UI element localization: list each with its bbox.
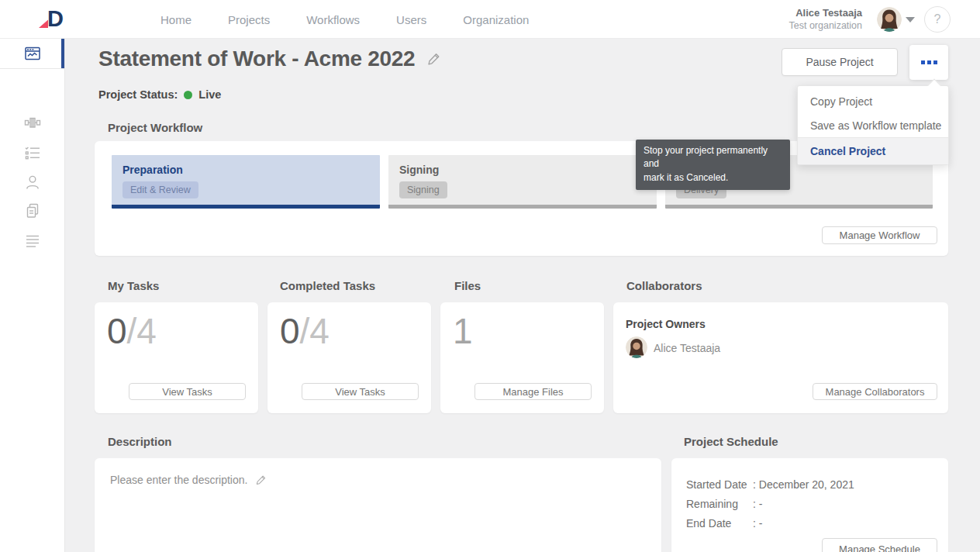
page-title: Statement of Work - Acme 2022 (98, 47, 415, 71)
menu-item-cancel-project[interactable]: Cancel Project (798, 137, 948, 164)
colon: : (753, 498, 756, 510)
files-count: 1 (453, 310, 473, 352)
my-tasks-count: 0/4 (107, 310, 157, 352)
workflow-icon (24, 114, 41, 131)
nav-item-home[interactable]: Home (160, 13, 192, 26)
manage-files-button[interactable]: Manage Files (474, 383, 592, 400)
menu-item-copy-project[interactable]: Copy Project (798, 89, 948, 113)
ellipsis-icon (933, 60, 937, 64)
sidebar-item-users[interactable] (0, 167, 64, 197)
sidebar-item-workflows[interactable] (0, 107, 64, 137)
user-info[interactable]: Alice Testaaja Test organization (788, 6, 862, 33)
collaborators-heading: Collaborators (626, 279, 702, 292)
status-value: Live (198, 88, 221, 101)
status-label: Project Status: (98, 88, 178, 101)
my-tasks-card: 0/4 View Tasks (95, 302, 258, 413)
sidebar-item-files[interactable] (0, 195, 64, 226)
count-done: 0 (107, 311, 127, 351)
owner-avatar (626, 336, 647, 358)
tooltip-line-2: mark it as Canceled. (644, 171, 782, 185)
logo-letter: D (47, 6, 63, 32)
project-status: Project Status: Live (98, 88, 221, 101)
more-options-button[interactable] (909, 45, 948, 80)
schedule-row-label: Remaining (686, 495, 753, 514)
avatar-image (877, 7, 902, 32)
user-avatar[interactable] (877, 7, 902, 32)
sidebar-item-logs[interactable] (0, 226, 64, 256)
menu-item-save-workflow-template[interactable]: Save as Workflow template (798, 113, 948, 137)
app-window: D Home Projects Workflows Users Organiza… (0, 0, 980, 552)
schedule-heading: Project Schedule (684, 435, 778, 448)
completed-tasks-count: 0/4 (280, 310, 330, 352)
count-done: 0 (280, 311, 300, 351)
my-tasks-heading: My Tasks (108, 279, 159, 292)
files-heading: Files (454, 279, 481, 292)
list-lines-icon (24, 233, 41, 250)
documents-icon (24, 202, 41, 219)
view-tasks-button[interactable]: View Tasks (129, 383, 246, 400)
dashboard-icon (24, 45, 41, 62)
schedule-row-remaining: Remaining: - (686, 495, 854, 514)
manage-schedule-button[interactable]: Manage Schedule (822, 538, 937, 552)
completed-tasks-heading: Completed Tasks (280, 279, 375, 292)
ellipsis-icon (921, 60, 925, 64)
user-name: Alice Testaaja (788, 6, 862, 19)
colon: : (753, 478, 756, 491)
edit-description-pencil-icon[interactable] (255, 474, 267, 486)
schedule-row-value: - (759, 498, 763, 510)
tooltip-line-1: Stop your project permanently and (644, 144, 782, 171)
schedule-row-started: Started Date: December 20, 2021 (686, 475, 854, 495)
schedule-row-value: - (759, 517, 763, 530)
schedule-card: Started Date: December 20, 2021 Remainin… (671, 458, 948, 552)
top-navbar: D Home Projects Workflows Users Organiza… (0, 0, 980, 39)
left-sidebar (0, 39, 65, 552)
nav-item-users[interactable]: Users (396, 13, 426, 26)
main-nav: Home Projects Workflows Users Organizati… (160, 0, 529, 39)
nav-item-workflows[interactable]: Workflows (306, 13, 360, 26)
workflow-stage-signing[interactable]: Signing Signing (388, 155, 657, 209)
manage-workflow-button[interactable]: Manage Workflow (822, 226, 937, 244)
user-organization: Test organization (788, 19, 862, 33)
schedule-row-end: End Date: - (686, 514, 854, 533)
colon: : (753, 517, 756, 530)
description-card: Please enter the description. (95, 458, 661, 552)
help-question-icon: ? (934, 12, 941, 26)
files-card: 1 Manage Files (440, 302, 604, 413)
schedule-row-label: End Date (686, 514, 753, 533)
sidebar-item-tasks[interactable] (0, 137, 64, 167)
stage-chip: Signing (399, 181, 447, 198)
nav-item-organization[interactable]: Organization (463, 13, 529, 26)
description-heading: Description (108, 435, 172, 448)
view-completed-tasks-button[interactable]: View Tasks (302, 383, 419, 400)
description-placeholder: Please enter the description. (110, 474, 247, 486)
sidebar-item-dashboard[interactable] (0, 39, 64, 69)
help-button[interactable]: ? (924, 6, 951, 33)
description-row: Please enter the description. (110, 474, 267, 486)
owner-name: Alice Testaaja (654, 342, 720, 354)
user-menu-caret-icon[interactable] (906, 17, 915, 22)
count-total: /4 (127, 311, 157, 351)
avatar-image (626, 336, 647, 358)
app-logo[interactable]: D (37, 5, 78, 34)
ellipsis-icon (927, 60, 931, 64)
stage-title: Preparation (122, 164, 369, 176)
user-icon (24, 174, 41, 191)
manage-collaborators-button[interactable]: Manage Collaborators (813, 383, 937, 400)
tasks-icon (24, 144, 41, 161)
stage-title: Signing (399, 164, 646, 176)
schedule-row-value: December 20, 2021 (759, 478, 854, 491)
workflow-section-heading: Project Workflow (108, 121, 202, 134)
count-total: /4 (300, 311, 330, 351)
stage-chip: Edit & Review (122, 181, 198, 198)
edit-title-pencil-icon[interactable] (426, 51, 442, 67)
cancel-project-tooltip: Stop your project permanently and mark i… (636, 140, 790, 190)
schedule-row-label: Started Date (686, 475, 753, 495)
nav-item-projects[interactable]: Projects (228, 13, 270, 26)
schedule-rows: Started Date: December 20, 2021 Remainin… (686, 475, 854, 533)
more-options-menu: Copy Project Save as Workflow template C… (797, 85, 949, 165)
page-header: Statement of Work - Acme 2022 (98, 47, 442, 71)
workflow-stage-preparation[interactable]: Preparation Edit & Review (112, 155, 380, 209)
completed-tasks-card: 0/4 View Tasks (267, 302, 431, 413)
pause-project-button[interactable]: Pause Project (782, 48, 898, 76)
project-owners-label: Project Owners (626, 318, 706, 330)
